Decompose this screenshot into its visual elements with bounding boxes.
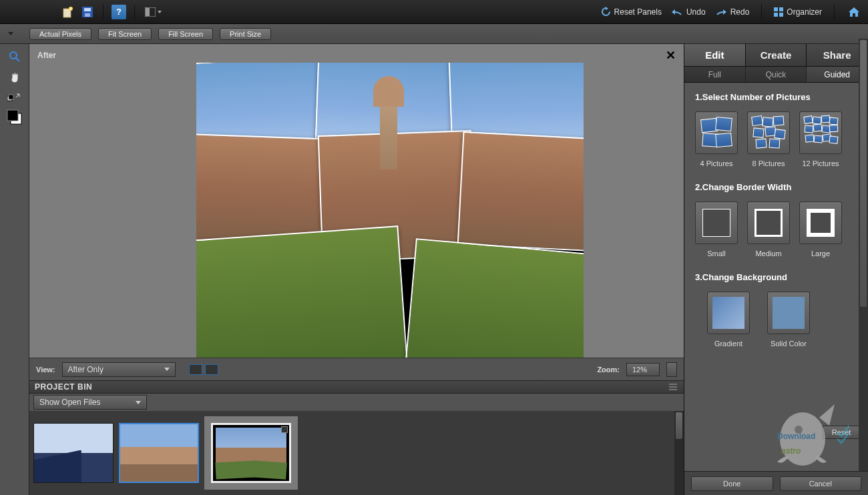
view-bar: View: After Only Zoom: 12%	[29, 358, 684, 380]
sub-tabs: Full Quick Guided	[684, 67, 868, 83]
tab-create[interactable]: Create	[746, 44, 807, 66]
organizer-label: Organizer	[787, 7, 822, 17]
hand-tool-icon[interactable]	[5, 69, 25, 87]
svg-rect-3	[84, 8, 91, 11]
pictures-8-label: 8 Pictures	[752, 159, 785, 167]
svg-rect-14	[9, 95, 13, 99]
redo-label: Redo	[730, 7, 750, 17]
help-icon[interactable]: ?	[112, 5, 126, 19]
bin-controls: Show Open Files	[29, 394, 684, 411]
divider	[134, 5, 135, 19]
undo-label: Undo	[686, 7, 706, 17]
fit-screen-button[interactable]: Fit Screen	[98, 28, 152, 40]
svg-point-11	[10, 52, 17, 59]
done-button[interactable]: Done	[691, 476, 773, 491]
pictures-12-option[interactable]: 12 Pictures	[799, 111, 842, 167]
pictures-4-label: 4 Pictures	[700, 159, 733, 167]
cancel-button[interactable]: Cancel	[780, 476, 862, 491]
border-small-option[interactable]: Small	[695, 201, 738, 258]
mode-tabs: Edit Create Share	[684, 44, 868, 67]
home-icon[interactable]	[847, 5, 861, 19]
print-size-button[interactable]: Print Size	[220, 28, 271, 40]
layout-icon[interactable]	[143, 5, 163, 19]
options-bar: Actual Pixels Fit Screen Fill Screen Pri…	[0, 24, 868, 44]
border-large-label: Large	[811, 250, 830, 258]
zoom-tool-icon[interactable]	[5, 48, 25, 65]
canvas-zone: After ✕	[29, 44, 684, 358]
close-icon[interactable]: ✕	[666, 48, 676, 63]
organizer-button[interactable]: Organizer	[774, 7, 822, 17]
subtab-full[interactable]: Full	[684, 67, 746, 82]
color-swatches-icon[interactable]	[5, 107, 25, 128]
zoom-value[interactable]: 12%	[626, 363, 660, 376]
svg-rect-9	[774, 13, 778, 17]
redo-button[interactable]: Redo	[715, 7, 750, 17]
tool-strip	[0, 44, 29, 495]
actual-pixels-button[interactable]: Actual Pixels	[29, 28, 91, 40]
fill-screen-button[interactable]: Fill Screen	[158, 28, 213, 40]
bottom-buttons: Done Cancel	[684, 471, 868, 495]
bg-gradient-label: Gradient	[714, 340, 742, 348]
bg-gradient-option[interactable]: Gradient	[707, 292, 750, 348]
divider	[103, 5, 103, 19]
bin-thumb[interactable]	[119, 423, 199, 483]
bin-filter-value: Show Open Files	[39, 398, 100, 407]
swap-colors-icon[interactable]	[5, 91, 25, 103]
svg-rect-6	[146, 8, 150, 16]
canvas-column: After ✕ View: After Only	[29, 44, 684, 495]
thumb-badge-icon	[281, 426, 288, 433]
svg-rect-4	[85, 13, 90, 17]
panel-scrollbar[interactable]	[859, 39, 868, 471]
svg-rect-8	[779, 7, 783, 11]
view-mode-a-icon[interactable]	[189, 364, 202, 375]
view-mode-b-icon[interactable]	[205, 364, 218, 375]
section-2-title: 2.Change Border Width	[695, 182, 857, 192]
chevron-down-icon	[136, 401, 141, 404]
zoom-label: Zoom:	[597, 366, 620, 374]
section-1-title: 1.Select Number of Pictures	[695, 92, 857, 102]
options-expand-icon[interactable]	[8, 32, 13, 35]
view-select-value: After Only	[68, 365, 103, 374]
project-bin-header: PROJECT BIN	[29, 380, 684, 394]
bin-filter-select[interactable]: Show Open Files	[33, 395, 147, 410]
project-bin	[29, 411, 684, 495]
border-medium-label: Medium	[755, 250, 781, 258]
bin-thumb[interactable]	[33, 423, 114, 483]
reset-panels-button[interactable]: Reset Panels	[601, 7, 662, 17]
chevron-down-icon	[164, 368, 170, 371]
save-icon[interactable]	[80, 5, 95, 19]
section-3-title: 3.Change Background	[695, 272, 857, 282]
tab-edit[interactable]: Edit	[684, 44, 746, 66]
top-toolbar: ? Reset Panels Undo Redo Organizer	[0, 0, 868, 24]
reset-panels-label: Reset Panels	[614, 7, 662, 17]
divider	[834, 5, 835, 19]
bin-thumb[interactable]	[211, 423, 291, 483]
divider	[761, 5, 762, 19]
svg-line-12	[16, 58, 19, 61]
undo-button[interactable]: Undo	[671, 7, 706, 17]
new-document-icon[interactable]	[60, 5, 75, 19]
canvas-image[interactable]	[196, 63, 584, 358]
bin-scrollbar[interactable]	[674, 411, 684, 495]
pictures-12-label: 12 Pictures	[802, 159, 839, 167]
border-small-label: Small	[707, 250, 726, 258]
view-label: View:	[36, 366, 55, 374]
border-medium-option[interactable]: Medium	[747, 201, 790, 258]
pictures-8-option[interactable]: 8 Pictures	[747, 111, 790, 167]
bin-menu-icon[interactable]	[669, 384, 678, 390]
border-large-option[interactable]: Large	[799, 201, 842, 258]
bg-solid-label: Solid Color	[771, 340, 807, 348]
guided-body: 1.Select Number of Pictures 4 Pictures	[684, 83, 868, 471]
pictures-4-option[interactable]: 4 Pictures	[695, 111, 738, 167]
project-bin-title: PROJECT BIN	[35, 382, 92, 392]
svg-rect-7	[774, 7, 778, 11]
reset-button[interactable]: Reset	[823, 426, 860, 439]
svg-rect-16	[7, 110, 18, 121]
right-panel: Edit Create Share Full Quick Guided 1.Se…	[684, 44, 868, 495]
svg-rect-10	[779, 13, 783, 17]
subtab-quick[interactable]: Quick	[746, 67, 807, 82]
bg-solid-option[interactable]: Solid Color	[767, 292, 810, 348]
after-label: After	[37, 51, 56, 60]
view-select[interactable]: After Only	[62, 362, 176, 377]
zoom-dropdown[interactable]	[666, 362, 677, 377]
